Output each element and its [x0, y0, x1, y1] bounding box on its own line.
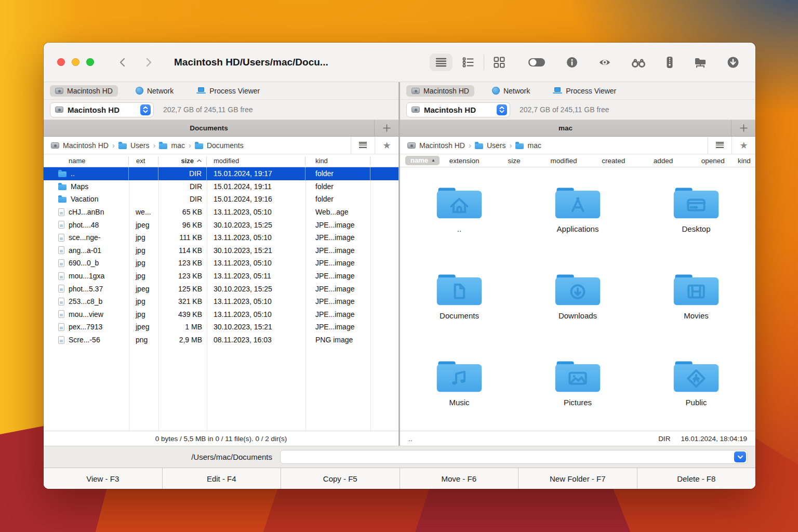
archive-button[interactable] — [666, 56, 673, 69]
tab-process-viewer[interactable]: Process Viewer — [548, 85, 621, 97]
favorites-star-icon[interactable] — [375, 137, 398, 154]
column-header-opened[interactable]: opened — [688, 157, 738, 165]
breadcrumb-item[interactable]: mac — [515, 141, 541, 150]
tab-network[interactable]: Network — [487, 85, 535, 97]
forward-button[interactable] — [143, 56, 154, 69]
command-input[interactable] — [280, 450, 748, 464]
close-button[interactable] — [57, 58, 65, 66]
binoculars-icon — [632, 57, 645, 68]
add-tab-button[interactable] — [731, 120, 755, 136]
column-header-size[interactable]: size — [489, 157, 539, 165]
info-button[interactable] — [566, 57, 578, 68]
column-header-name[interactable]: name▲ — [405, 156, 440, 165]
move-button[interactable]: Move - F6 — [400, 468, 518, 489]
grid-item-music[interactable]: Music — [418, 357, 501, 407]
list-view-icon — [435, 58, 447, 67]
breadcrumb-item[interactable]: mac — [159, 141, 184, 150]
table-row[interactable]: mou...viewjpg439 KB13.11.2023, 05:10JPE.… — [44, 308, 398, 321]
toggle-switch-button[interactable] — [528, 57, 546, 68]
left-status-bar: 0 bytes / 5,5 MB in 0 / 11 file(s). 0 / … — [44, 431, 398, 446]
column-header-kind[interactable]: kind — [305, 156, 370, 165]
list-view-button[interactable] — [430, 54, 453, 71]
grid-item-pictures[interactable]: Pictures — [536, 357, 619, 407]
grid-item-public[interactable]: Public — [655, 357, 738, 407]
zoom-button[interactable] — [86, 58, 94, 66]
edit-button[interactable]: Edit - F4 — [162, 468, 281, 489]
tab-macintosh-hd[interactable]: Macintosh HD — [50, 85, 118, 97]
grid-view-button[interactable] — [494, 57, 505, 68]
grid-item-movies[interactable]: Movies — [655, 271, 738, 320]
tab-network[interactable]: Network — [130, 85, 179, 97]
breadcrumb-item[interactable]: Users — [475, 141, 506, 150]
stepper-icon[interactable] — [497, 104, 507, 115]
folder-tab[interactable]: mac — [400, 120, 731, 136]
table-row[interactable]: pex...7913jpeg1 MB30.10.2023, 15:21JPE..… — [44, 321, 398, 334]
table-row[interactable]: cHJ...anBnwe...65 KB13.11.2023, 05:10Web… — [44, 206, 398, 219]
command-history-button[interactable] — [734, 451, 746, 462]
right-breadcrumb-bar: Macintosh HDUsersmac — [400, 137, 755, 154]
minimize-button[interactable] — [72, 58, 79, 66]
favorites-star-icon[interactable] — [732, 137, 755, 154]
view-button[interactable]: View - F3 — [44, 468, 162, 489]
new-folder-button[interactable]: New Folder - F7 — [518, 468, 637, 489]
column-header-extension[interactable]: extension — [440, 157, 489, 165]
grid-item-desktop[interactable]: Desktop — [655, 184, 738, 233]
file-size: DIR — [158, 167, 207, 180]
column-header-ext[interactable]: ext — [129, 156, 158, 165]
column-header-kind[interactable]: kind — [738, 157, 755, 165]
preview-button[interactable] — [598, 57, 611, 68]
plus-icon — [383, 124, 391, 132]
tab-macintosh-hd[interactable]: Macintosh HD — [406, 85, 474, 97]
grid-item-label: Pictures — [564, 398, 592, 407]
column-header-created[interactable]: created — [589, 157, 639, 165]
column-header-size[interactable]: size — [158, 156, 207, 165]
grid-item-label: Public — [686, 398, 707, 407]
table-row[interactable]: VacationDIR15.01.2024, 19:16folder — [44, 193, 398, 206]
list-menu-icon[interactable] — [351, 137, 375, 154]
download-button[interactable] — [727, 57, 739, 68]
grid-item-label: Applications — [557, 224, 599, 233]
breadcrumb-item[interactable]: Macintosh HD — [51, 141, 109, 150]
table-row[interactable]: ..DIR15.01.2024, 19:17folder — [44, 167, 398, 180]
tab-process-viewer[interactable]: Process Viewer — [191, 85, 265, 97]
table-row[interactable]: phot....48jpeg96 KB30.10.2023, 15:25JPE.… — [44, 218, 398, 231]
delete-button[interactable]: Delete - F8 — [637, 468, 756, 489]
table-row[interactable]: mou...1gxajpg123 KB13.11.2023, 05:11JPE.… — [44, 270, 398, 283]
column-header-modified[interactable]: modified — [207, 156, 305, 165]
file-ext: jpeg — [129, 218, 158, 231]
breadcrumb-item[interactable]: Macintosh HD — [407, 141, 465, 150]
table-row[interactable]: phot...5.37jpeg125 KB30.10.2023, 15:25JP… — [44, 282, 398, 295]
laptop-icon — [553, 87, 562, 94]
table-row[interactable]: MapsDIR15.01.2024, 19:11folder — [44, 180, 398, 193]
table-row[interactable]: sce...nge-jpg111 KB13.11.2023, 05:10JPE.… — [44, 231, 398, 244]
file-ext — [129, 193, 158, 206]
grid-item-documents[interactable]: Documents — [418, 271, 501, 320]
grid-item-downloads[interactable]: Downloads — [536, 271, 619, 320]
drive-selector[interactable]: Macintosh HD — [406, 102, 510, 117]
breadcrumb-separator — [112, 141, 115, 150]
network-share-button[interactable] — [694, 57, 707, 68]
search-button[interactable] — [632, 57, 645, 68]
back-button[interactable] — [117, 56, 128, 69]
breadcrumb-item[interactable]: Users — [118, 141, 150, 150]
breadcrumb-item[interactable]: Documents — [195, 141, 244, 150]
stepper-icon[interactable] — [140, 104, 151, 115]
grid-item-applications[interactable]: Applications — [536, 184, 619, 233]
list-menu-icon[interactable] — [708, 137, 732, 154]
drive-selector[interactable]: Macintosh HD — [50, 102, 154, 117]
column-header-modified[interactable]: modified — [539, 157, 589, 165]
grid-item-parent[interactable]: .. — [418, 184, 501, 233]
file-name: Vacation — [71, 195, 98, 203]
column-header-added[interactable]: added — [639, 157, 688, 165]
file-icon — [58, 246, 64, 254]
detail-view-button[interactable] — [462, 57, 474, 68]
folder-tab[interactable]: Documents — [44, 120, 374, 136]
copy-button[interactable]: Copy - F5 — [281, 468, 400, 489]
file-name: ang...a-01 — [69, 246, 101, 255]
column-header-name[interactable]: name — [44, 156, 129, 165]
add-tab-button[interactable] — [374, 120, 398, 136]
table-row[interactable]: 690...0_bjpg123 KB13.11.2023, 05:10JPE..… — [44, 257, 398, 270]
table-row[interactable]: Scre...-56png2,9 MB08.11.2023, 16:03PNG … — [44, 334, 398, 347]
table-row[interactable]: ang...a-01jpg114 KB30.10.2023, 15:21JPE.… — [44, 244, 398, 257]
table-row[interactable]: 253...c8_bjpg321 KB13.11.2023, 05:10JPE.… — [44, 295, 398, 308]
